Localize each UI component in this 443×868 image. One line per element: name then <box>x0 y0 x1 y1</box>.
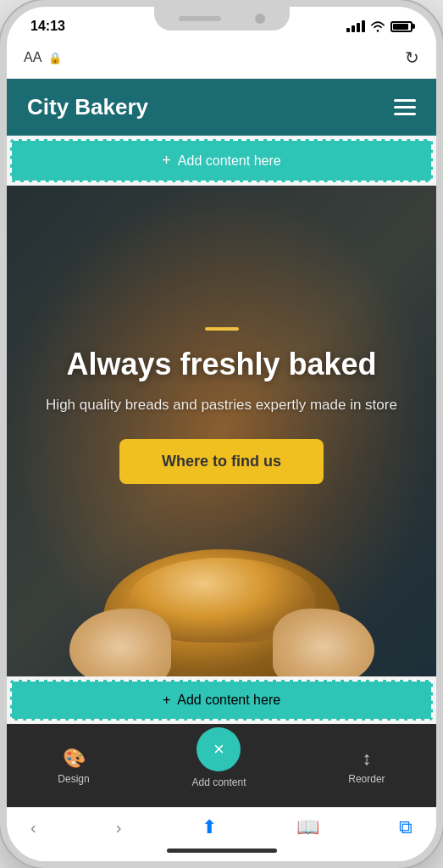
reorder-toolbar-item[interactable]: ↕ Reorder <box>331 744 401 788</box>
address-bar: AA 🔒 ↻ <box>7 41 436 79</box>
camera <box>255 14 265 24</box>
add-content-button[interactable]: × <box>197 727 241 771</box>
notch <box>154 7 290 31</box>
site-nav-bar: City Bakery <box>7 79 436 136</box>
time-display: 14:13 <box>30 19 65 34</box>
close-icon: × <box>213 738 224 760</box>
add-content-bar-top[interactable]: + Add content here <box>10 139 433 182</box>
refresh-icon[interactable]: ↻ <box>405 47 419 68</box>
home-bar <box>167 849 277 853</box>
add-content-toolbar-item[interactable]: × Add content <box>174 724 263 792</box>
add-content-toolbar-label: Add content <box>191 776 246 788</box>
home-indicator <box>7 843 436 861</box>
hero-section: Always freshly baked High quality breads… <box>7 186 436 676</box>
hand-right <box>273 609 374 676</box>
plus-icon-top: + <box>162 152 171 170</box>
bottom-toolbar: 🎨 Design × Add content ↕ Reorder <box>7 724 436 807</box>
reorder-icon: ↕ <box>362 748 371 770</box>
battery-icon <box>390 21 413 32</box>
browser-bottom-bar: ‹ › ⬆ 📖 ⧉ <box>7 807 436 843</box>
hero-accent-line <box>205 327 239 331</box>
design-label: Design <box>58 773 89 785</box>
add-content-bar-bottom[interactable]: + Add content here <box>10 680 433 721</box>
speaker <box>179 16 221 21</box>
lock-icon: 🔒 <box>48 52 62 64</box>
address-left: AA 🔒 <box>24 50 62 65</box>
share-icon[interactable]: ⬆ <box>202 816 217 838</box>
hand-left <box>69 609 171 676</box>
hero-subtitle: High quality breads and pastries expertl… <box>46 394 397 416</box>
design-icon: 🎨 <box>63 748 86 770</box>
cta-button[interactable]: Where to find us <box>119 439 324 484</box>
bookmarks-icon[interactable]: 📖 <box>296 816 319 838</box>
wifi-icon <box>370 21 385 32</box>
hero-content: Always freshly baked High quality breads… <box>20 310 423 553</box>
reorder-label: Reorder <box>348 773 385 785</box>
design-toolbar-item[interactable]: 🎨 Design <box>41 744 106 788</box>
tabs-icon[interactable]: ⧉ <box>399 816 413 838</box>
aa-label[interactable]: AA <box>24 50 42 65</box>
hands <box>69 600 374 676</box>
add-content-label-top: Add content here <box>178 153 281 169</box>
signal-icon <box>346 20 365 32</box>
add-content-label-bottom: Add content here <box>177 693 280 708</box>
phone-frame: 14:13 AA 🔒 ↻ City Bakery <box>0 0 443 868</box>
hero-title: Always freshly baked <box>46 346 397 382</box>
hamburger-menu[interactable] <box>394 99 416 115</box>
forward-arrow[interactable]: › <box>116 818 122 837</box>
back-arrow[interactable]: ‹ <box>30 818 36 837</box>
plus-icon-bottom: + <box>163 693 170 708</box>
site-title: City Bakery <box>27 94 148 120</box>
browser-content: City Bakery + Add content here <box>7 79 436 807</box>
status-icons <box>346 20 413 32</box>
